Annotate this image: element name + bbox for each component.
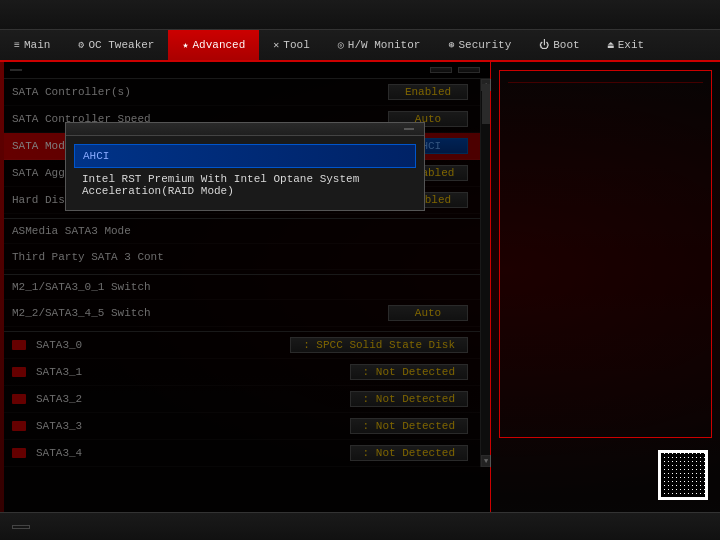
nav-label-advanced: Advanced	[193, 39, 246, 51]
language-indicator[interactable]	[12, 525, 30, 529]
right-panel	[490, 62, 720, 512]
nav-icon-hwmonitor: ◎	[338, 39, 344, 51]
nav-item-boot[interactable]: ⏻Boot	[525, 30, 593, 60]
nav-item-security[interactable]: ⊛Security	[434, 30, 525, 60]
qr-section	[499, 446, 712, 504]
sata-mode-modal: AHCIIntel RST Premium With Intel Optane …	[65, 122, 425, 211]
modal-body: AHCIIntel RST Premium With Intel Optane …	[66, 136, 424, 210]
nav-icon-tool: ✕	[273, 39, 279, 51]
nav-icon-boot: ⏻	[539, 39, 549, 51]
nav-item-hwmonitor[interactable]: ◎H/W Monitor	[324, 30, 435, 60]
nav-icon-main: ≡	[14, 40, 20, 51]
nav-item-advanced[interactable]: ★Advanced	[168, 30, 259, 60]
nav-icon-exit: ⏏	[608, 39, 614, 51]
nav-label-exit: Exit	[618, 39, 644, 51]
nav-label-main: Main	[24, 39, 50, 51]
modal-title-bar	[66, 123, 424, 136]
nav-item-oc[interactable]: ⚙OC Tweaker	[64, 30, 168, 60]
modal-option[interactable]: Intel RST Premium With Intel Optane Syst…	[74, 168, 416, 202]
modal-overlay: AHCIIntel RST Premium With Intel Optane …	[0, 62, 490, 512]
logo-bar	[0, 0, 720, 30]
description-title	[508, 79, 703, 83]
nav-item-exit[interactable]: ⏏Exit	[594, 30, 658, 60]
qr-code	[658, 450, 708, 500]
description-box	[499, 70, 712, 438]
nav-item-tool[interactable]: ✕Tool	[259, 30, 323, 60]
nav-item-main[interactable]: ≡Main	[0, 30, 64, 60]
nav-bar: ≡Main⚙OC Tweaker★Advanced✕Tool◎H/W Monit…	[0, 30, 720, 62]
qr-image	[661, 453, 705, 497]
nav-label-tool: Tool	[283, 39, 309, 51]
nav-label-oc: OC Tweaker	[88, 39, 154, 51]
nav-icon-advanced: ★	[182, 39, 188, 51]
nav-icon-security: ⊛	[448, 39, 454, 51]
nav-label-security: Security	[458, 39, 511, 51]
status-bar	[0, 512, 720, 540]
modal-close-button[interactable]	[404, 128, 414, 130]
logo	[10, 7, 14, 23]
nav-label-hwmonitor: H/W Monitor	[348, 39, 421, 51]
nav-label-boot: Boot	[553, 39, 579, 51]
modal-option[interactable]: AHCI	[74, 144, 416, 168]
nav-icon-oc: ⚙	[78, 39, 84, 51]
